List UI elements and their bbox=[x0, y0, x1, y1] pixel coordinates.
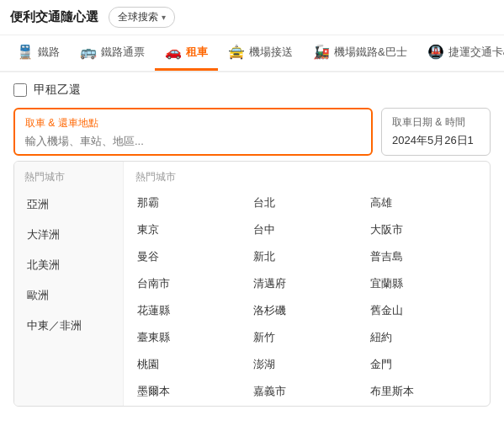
sidebar-region-north-america[interactable]: 北美洲 bbox=[14, 250, 123, 280]
city-item[interactable]: 高雄 bbox=[369, 191, 478, 215]
global-search-label: 全球搜索 bbox=[118, 10, 158, 24]
tab-label-bus: 鐵路通票 bbox=[101, 45, 145, 60]
city-item[interactable]: 台中 bbox=[252, 218, 361, 242]
sidebar-region-asia[interactable]: 亞洲 bbox=[14, 189, 123, 220]
date-box[interactable]: 取車日期 & 時間 2024年5月26日1 bbox=[381, 108, 491, 156]
sidebar-region-europe[interactable]: 歐洲 bbox=[14, 280, 123, 311]
city-item[interactable]: 舊金山 bbox=[369, 299, 478, 322]
date-value: 2024年5月26日1 bbox=[392, 133, 480, 148]
tab-icon-airport-pickup: 🚖 bbox=[228, 44, 245, 60]
city-item[interactable]: 清邁府 bbox=[252, 272, 361, 295]
cities-grid: 那霸台北高雄東京台中大阪市曼谷新北普吉島台南市清邁府宜蘭縣花蓮縣洛杉磯舊金山臺東… bbox=[135, 191, 478, 406]
tab-icon-airport-rail: 🚂 bbox=[313, 44, 330, 60]
city-item[interactable]: 桃園 bbox=[135, 353, 245, 376]
tab-label-airport-rail: 機場鐵路&巴士 bbox=[334, 45, 407, 60]
sidebar-region-oceania[interactable]: 大洋洲 bbox=[14, 220, 123, 250]
city-item[interactable]: 台南市 bbox=[135, 272, 245, 295]
content-area: 甲租乙還 取車 & 還車地點 取車日期 & 時間 2024年5月26日1 熱門城… bbox=[0, 72, 504, 417]
city-item[interactable]: 曼谷 bbox=[135, 245, 245, 269]
tab-icon-rail: 🚆 bbox=[17, 44, 34, 60]
tab-label-metro: 捷運交通卡&通票 bbox=[448, 45, 504, 60]
city-item[interactable]: 東京 bbox=[135, 218, 245, 242]
tab-rental[interactable]: 🚗租車 bbox=[155, 35, 218, 71]
dropdown-panel: 熱門城市亞洲大洋洲北美洲歐洲中東／非洲 熱門城市那霸台北高雄東京台中大阪市曼谷新… bbox=[13, 161, 491, 407]
tabs-bar: 🚆鐵路🚌鐵路通票🚗租車🚖機場接送🚂機場鐵路&巴士🚇捷運交通卡&通票🚗 bbox=[0, 35, 504, 72]
tab-airport-pickup[interactable]: 🚖機場接送 bbox=[218, 35, 303, 71]
city-item[interactable]: 紐約 bbox=[369, 326, 478, 349]
location-input[interactable] bbox=[25, 135, 361, 147]
city-item[interactable]: 澎湖 bbox=[252, 353, 361, 376]
round-trip-label: 甲租乙還 bbox=[34, 82, 81, 98]
cities-group-title: 熱門城市 bbox=[135, 170, 478, 184]
tab-icon-metro: 🚇 bbox=[427, 44, 444, 60]
sidebar-section-title: 熱門城市 bbox=[14, 162, 123, 189]
tab-label-airport-pickup: 機場接送 bbox=[249, 45, 293, 60]
tab-icon-rental: 🚗 bbox=[165, 44, 182, 60]
city-item[interactable]: 新竹 bbox=[252, 326, 361, 349]
input-section: 取車 & 還車地點 取車日期 & 時間 2024年5月26日1 bbox=[13, 108, 491, 156]
city-item[interactable]: 墨爾本 bbox=[135, 380, 245, 403]
round-trip-checkbox[interactable] bbox=[13, 83, 27, 97]
city-item[interactable]: 那霸 bbox=[135, 191, 245, 215]
tab-metro[interactable]: 🚇捷運交通卡&通票 bbox=[417, 35, 504, 71]
city-item[interactable]: 布里斯本 bbox=[369, 380, 478, 403]
city-item[interactable]: 洛杉磯 bbox=[252, 299, 361, 322]
city-item[interactable]: 嘉義市 bbox=[252, 380, 361, 403]
tab-rail[interactable]: 🚆鐵路 bbox=[7, 35, 70, 71]
right-cities: 熱門城市那霸台北高雄東京台中大阪市曼谷新北普吉島台南市清邁府宜蘭縣花蓮縣洛杉磯舊… bbox=[124, 162, 490, 406]
city-item[interactable]: 新北 bbox=[252, 245, 361, 269]
date-label: 取車日期 & 時間 bbox=[392, 115, 480, 130]
city-item[interactable]: 大阪市 bbox=[369, 218, 478, 242]
city-item[interactable]: 金門 bbox=[369, 353, 478, 376]
tab-bus[interactable]: 🚌鐵路通票 bbox=[70, 35, 155, 71]
header-title: 便利交通隨心選 bbox=[10, 9, 98, 25]
chevron-down-icon: ▾ bbox=[162, 13, 166, 22]
left-sidebar: 熱門城市亞洲大洋洲北美洲歐洲中東／非洲 bbox=[14, 162, 124, 406]
city-item[interactable]: 普吉島 bbox=[369, 245, 478, 269]
header-bar: 便利交通隨心選 全球搜索 ▾ bbox=[0, 0, 504, 35]
location-input-box: 取車 & 還車地點 bbox=[13, 108, 373, 156]
city-item[interactable]: 宜蘭縣 bbox=[369, 272, 478, 295]
city-item[interactable]: 臺東縣 bbox=[135, 326, 245, 349]
sidebar-region-middle-africa[interactable]: 中東／非洲 bbox=[14, 311, 123, 341]
tab-icon-bus: 🚌 bbox=[80, 44, 97, 60]
tab-label-rental: 租車 bbox=[186, 45, 208, 60]
tab-label-rail: 鐵路 bbox=[38, 45, 60, 60]
city-item[interactable]: 台北 bbox=[252, 191, 361, 215]
global-search-button[interactable]: 全球搜索 ▾ bbox=[109, 7, 175, 28]
tab-airport-rail[interactable]: 🚂機場鐵路&巴士 bbox=[303, 35, 417, 71]
city-item[interactable]: 花蓮縣 bbox=[135, 299, 245, 322]
location-input-label: 取車 & 還車地點 bbox=[25, 116, 361, 130]
checkbox-row: 甲租乙還 bbox=[13, 82, 491, 98]
